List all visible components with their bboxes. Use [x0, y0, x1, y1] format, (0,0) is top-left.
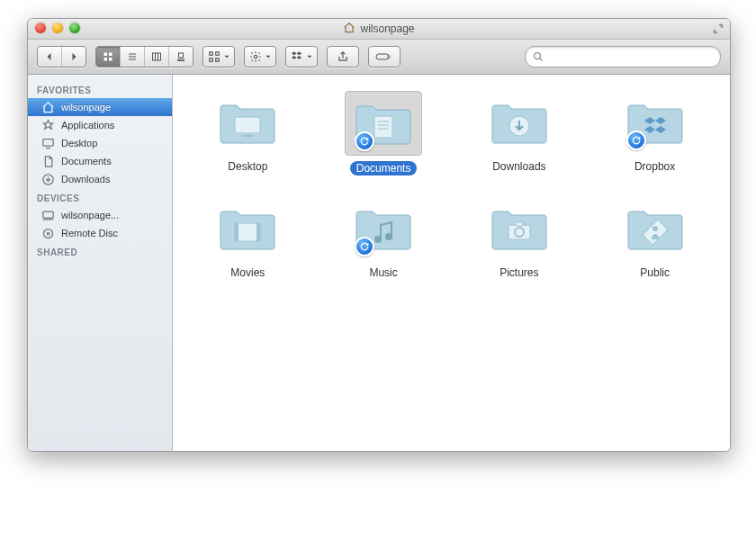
file-label: Downloads	[486, 159, 552, 174]
file-label: Documents	[350, 161, 418, 176]
content-area[interactable]: Desktop Documents Downloads	[173, 75, 730, 452]
sidebar-header-favorites: FAVORITES	[28, 80, 172, 98]
forward-button[interactable]	[62, 47, 86, 67]
sidebar-item-documents[interactable]: Documents	[28, 152, 172, 170]
sidebar-item-remote-disc[interactable]: Remote Disc	[28, 224, 172, 242]
file-item[interactable]: Desktop	[189, 91, 306, 176]
sync-badge-icon	[355, 131, 374, 151]
traffic-lights	[35, 22, 80, 33]
svg-rect-38	[256, 223, 260, 241]
svg-rect-0	[104, 53, 108, 57]
folder-dropbox-icon	[617, 91, 693, 154]
svg-rect-36	[235, 223, 260, 241]
svg-point-19	[387, 55, 391, 58]
svg-rect-16	[215, 58, 219, 62]
file-label: Pictures	[493, 266, 544, 280]
file-label: Movies	[224, 266, 271, 280]
zoom-button[interactable]	[69, 22, 80, 33]
finder-window: wilsonpage	[27, 18, 731, 452]
icon-view-button[interactable]	[96, 47, 121, 67]
sidebar-item-wilsonpage[interactable]: wilsonpage	[28, 98, 172, 116]
sidebar: FAVORITES wilsonpage Applications Deskto…	[28, 75, 173, 452]
sidebar-item-applications[interactable]: Applications	[28, 116, 172, 134]
window-title: wilsonpage	[343, 22, 414, 37]
list-view-button[interactable]	[121, 47, 145, 67]
downloads-icon	[40, 172, 55, 186]
close-button[interactable]	[35, 22, 46, 33]
folder-documents-icon	[345, 91, 422, 156]
svg-point-20	[535, 53, 541, 59]
home-icon	[40, 100, 55, 114]
file-item[interactable]: Music	[325, 197, 442, 280]
svg-point-27	[43, 229, 52, 238]
svg-line-21	[540, 58, 543, 61]
sync-badge-icon	[355, 237, 374, 256]
file-item[interactable]: Pictures	[461, 197, 578, 280]
view-mode-buttons	[95, 46, 194, 68]
file-label: Desktop	[221, 159, 274, 174]
file-item[interactable]: Documents	[325, 91, 442, 176]
minimize-button[interactable]	[52, 22, 63, 33]
dropbox-button[interactable]	[285, 46, 318, 68]
svg-rect-2	[104, 58, 108, 61]
svg-rect-22	[42, 139, 52, 146]
sync-badge-icon	[626, 130, 646, 150]
back-button[interactable]	[38, 47, 62, 67]
tag-icon	[375, 52, 393, 61]
file-item[interactable]: Public	[597, 197, 714, 280]
fullscreen-button[interactable]	[712, 22, 724, 35]
sidebar-item-label: Applications	[61, 120, 114, 130]
file-item[interactable]: Downloads	[461, 91, 578, 176]
search-field[interactable]	[525, 46, 721, 68]
arrange-button[interactable]	[202, 46, 235, 68]
coverflow-view-button[interactable]	[169, 47, 193, 67]
sidebar-item-label: Desktop	[61, 138, 97, 148]
svg-rect-37	[235, 223, 238, 241]
icon-grid: Desktop Documents Downloads	[180, 91, 723, 280]
file-item[interactable]: Dropbox	[597, 91, 714, 176]
svg-rect-43	[516, 222, 523, 226]
label-button[interactable]	[368, 46, 400, 68]
svg-rect-14	[215, 52, 219, 56]
title-text: wilsonpage	[360, 22, 414, 35]
sidebar-item-label: wilsonpage...	[61, 210, 119, 220]
chevron-down-icon	[265, 53, 272, 60]
svg-point-45	[652, 226, 658, 231]
folder-downloads-icon	[482, 91, 557, 154]
file-item[interactable]: Movies	[189, 197, 306, 280]
action-button[interactable]	[244, 46, 276, 68]
svg-point-28	[47, 232, 50, 235]
sidebar-header-devices: DEVICES	[28, 188, 172, 206]
gear-icon	[249, 50, 262, 63]
svg-rect-30	[242, 135, 253, 137]
toolbar	[28, 40, 730, 75]
svg-rect-25	[42, 212, 52, 218]
share-icon	[337, 50, 349, 63]
svg-rect-10	[179, 53, 184, 58]
search-icon	[533, 51, 544, 62]
titlebar[interactable]: wilsonpage	[28, 19, 730, 40]
folder-pictures-icon	[482, 197, 557, 260]
dropbox-icon	[291, 50, 303, 63]
column-view-button[interactable]	[145, 47, 169, 67]
sidebar-header-shared: SHARED	[28, 242, 172, 260]
sidebar-item-downloads[interactable]: Downloads	[28, 170, 172, 188]
svg-rect-29	[235, 117, 260, 133]
sidebar-item-label: Remote Disc	[61, 228, 118, 238]
sidebar-item-label: Documents	[61, 156, 112, 166]
window-body: FAVORITES wilsonpage Applications Deskto…	[28, 75, 730, 452]
sidebar-item-computer[interactable]: wilsonpage...	[28, 206, 172, 224]
svg-rect-7	[153, 53, 161, 60]
folder-movies-icon	[210, 197, 285, 260]
share-button[interactable]	[327, 46, 359, 68]
sidebar-item-label: wilsonpage	[61, 102, 111, 112]
svg-rect-1	[109, 53, 112, 57]
chevron-down-icon	[306, 53, 313, 60]
svg-point-17	[254, 55, 257, 58]
sidebar-item-desktop[interactable]: Desktop	[28, 134, 172, 152]
home-icon	[343, 22, 356, 37]
svg-rect-15	[209, 58, 212, 62]
folder-music-icon	[346, 197, 421, 260]
svg-rect-31	[374, 116, 392, 138]
nav-buttons	[37, 46, 86, 68]
